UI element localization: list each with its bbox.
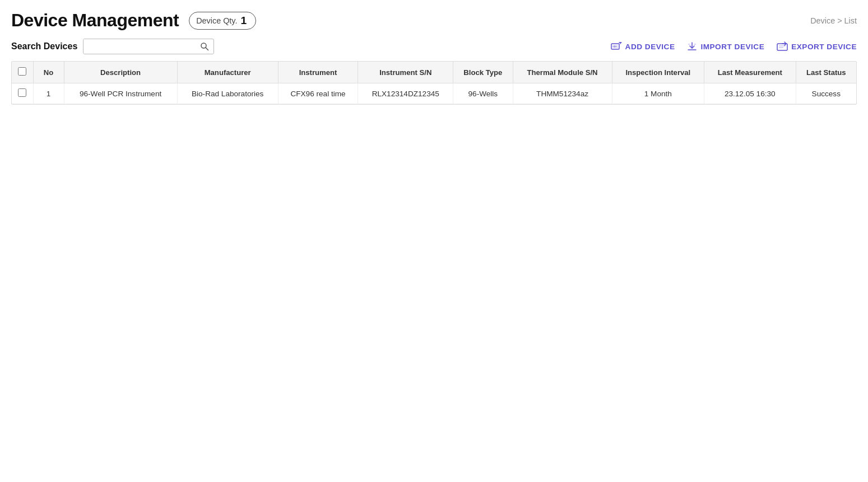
- device-qty-number: 1: [240, 15, 247, 27]
- device-table: No Description Manufacturer Instrument I…: [12, 62, 856, 104]
- import-device-label: IMPORT DEVICE: [700, 43, 764, 51]
- add-device-icon: [611, 42, 622, 51]
- breadcrumb: Device > List: [810, 16, 857, 25]
- cell-description: 96-Well PCR Instrument: [64, 83, 177, 104]
- search-left: Search Devices: [11, 39, 214, 54]
- page-title: Device Management: [11, 10, 179, 31]
- table-row: 196-Well PCR InstrumentBio-Rad Laborator…: [12, 83, 856, 104]
- search-label: Search Devices: [11, 41, 77, 52]
- cell-last-status: Success: [796, 83, 856, 104]
- export-device-label: EXPORT DEVICE: [791, 43, 857, 51]
- search-input[interactable]: [83, 39, 196, 54]
- device-table-wrap: No Description Manufacturer Instrument I…: [11, 61, 857, 105]
- cell-no: 1: [33, 83, 64, 104]
- search-input-wrap: [83, 39, 214, 54]
- cell-thermal-module-sn: THMM51234az: [513, 83, 612, 104]
- import-device-icon: [687, 41, 697, 52]
- table-body: 196-Well PCR InstrumentBio-Rad Laborator…: [12, 83, 856, 104]
- header-last-measurement: Last Measurement: [704, 62, 796, 83]
- add-device-label: ADD DEVICE: [625, 43, 675, 51]
- row-checkbox[interactable]: [18, 88, 26, 97]
- search-button[interactable]: [196, 39, 213, 54]
- cell-last-measurement: 23.12.05 16:30: [704, 83, 796, 104]
- header-checkbox-col: [12, 62, 33, 83]
- header-description: Description: [64, 62, 177, 83]
- header-instrument: Instrument: [278, 62, 358, 83]
- header-row: Device Management Device Qty. 1 Device >…: [11, 10, 857, 31]
- search-icon: [200, 42, 209, 51]
- add-device-button[interactable]: ADD DEVICE: [611, 42, 675, 51]
- header-thermal-module-sn: Thermal Module S/N: [513, 62, 612, 83]
- header-last-status: Last Status: [796, 62, 856, 83]
- header-no: No: [33, 62, 64, 83]
- table-header-row: No Description Manufacturer Instrument I…: [12, 62, 856, 83]
- header-block-type: Block Type: [453, 62, 513, 83]
- header-instrument-sn: Instrument S/N: [358, 62, 453, 83]
- cell-inspection-interval: 1 Month: [612, 83, 704, 104]
- import-device-button[interactable]: IMPORT DEVICE: [687, 41, 764, 52]
- svg-rect-12: [777, 44, 787, 50]
- page-wrapper: Device Management Device Qty. 1 Device >…: [0, 0, 868, 105]
- cell-block-type: 96-Wells: [453, 83, 513, 104]
- export-device-icon: [777, 41, 788, 52]
- select-all-checkbox[interactable]: [18, 67, 26, 76]
- export-device-button[interactable]: EXPORT DEVICE: [777, 41, 857, 52]
- cell-manufacturer: Bio-Rad Laboratories: [177, 83, 278, 104]
- device-qty-label: Device Qty.: [196, 16, 237, 25]
- header-inspection-interval: Inspection Interval: [612, 62, 704, 83]
- svg-line-1: [206, 48, 208, 50]
- device-qty-badge: Device Qty. 1: [189, 12, 256, 30]
- header-left: Device Management Device Qty. 1: [11, 10, 256, 31]
- actions-right: ADD DEVICE IMPORT DEVICE: [611, 41, 857, 52]
- header-manufacturer: Manufacturer: [177, 62, 278, 83]
- search-row: Search Devices: [11, 39, 857, 54]
- cell-instrument: CFX96 real time: [278, 83, 358, 104]
- cell-instrument-sn: RLX12314DZ12345: [358, 83, 453, 104]
